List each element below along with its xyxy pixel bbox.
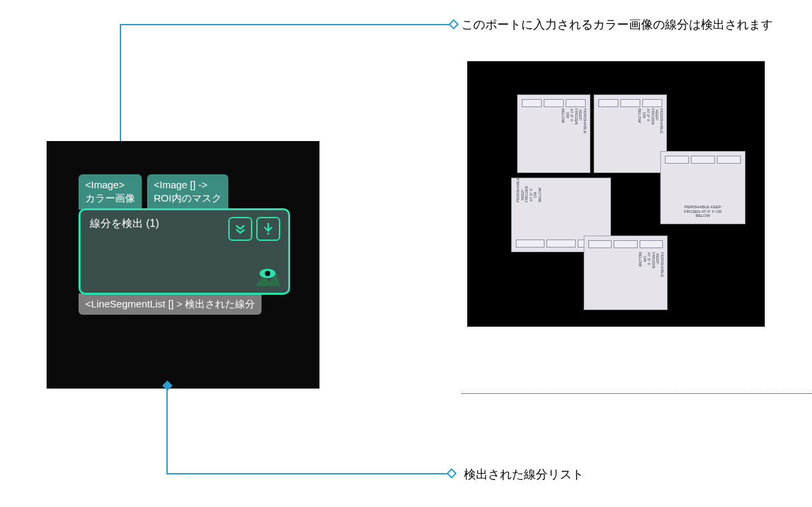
chevron-double-down-icon	[234, 222, 247, 236]
svg-point-2	[265, 271, 270, 276]
annotation-top: このポートに入力されるカラー画像の線分は検出されます	[461, 16, 773, 34]
input-port-roi-mask[interactable]: <Image [] -> ROI内のマスク	[147, 174, 228, 210]
connector-diamond	[447, 468, 457, 479]
port-label: カラー画像	[85, 192, 135, 205]
port-label: 検出された線分	[185, 298, 255, 309]
connector-line	[166, 473, 449, 474]
connector-line	[120, 24, 451, 25]
annotation-bottom: 検出された線分リスト	[464, 466, 584, 484]
connector-line	[166, 387, 168, 474]
arrow-down-dot-icon	[262, 222, 275, 236]
sample-image: PERISHABLE KEEP FROZEN AT 0° F OR BELOW …	[467, 61, 765, 327]
divider	[461, 393, 812, 394]
output-port-line-segments[interactable]: <LineSegmentList [] > 検出された線分	[79, 293, 262, 315]
port-type: <Image [] ->	[154, 178, 222, 192]
expand-button[interactable]	[228, 217, 252, 241]
port-type: <LineSegmentList [] >	[85, 298, 182, 309]
visualize-icon[interactable]	[254, 266, 282, 289]
node-panel: <Image> カラー画像 <Image [] -> ROI内のマスク 線分を検…	[47, 141, 319, 389]
detect-line-segments-node[interactable]: 線分を検出 (1)	[79, 208, 290, 295]
node-buttons	[228, 217, 280, 241]
svg-point-0	[267, 232, 269, 234]
port-type: <Image>	[85, 178, 135, 192]
download-button[interactable]	[256, 217, 280, 241]
input-ports-row: <Image> カラー画像 <Image [] -> ROI内のマスク	[79, 174, 304, 210]
port-label: ROI内のマスク	[154, 192, 222, 205]
input-port-image[interactable]: <Image> カラー画像	[79, 174, 142, 210]
